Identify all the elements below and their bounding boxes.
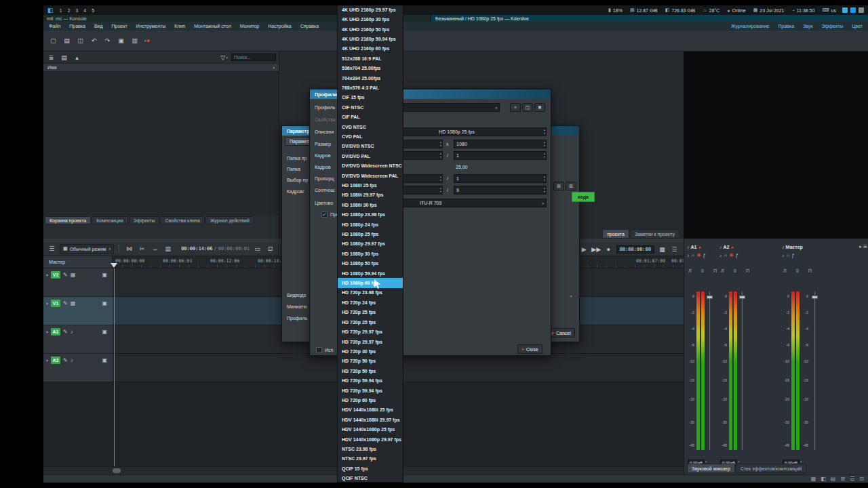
profile-dropdown-item[interactable]: HD 720p 24 fps: [338, 298, 403, 307]
profile-dropdown-item[interactable]: CVD PAL: [338, 131, 403, 141]
profile-dropdown-item[interactable]: HD 1080p 24 fps: [338, 220, 403, 229]
profile-dropdown-item[interactable]: DV/DVD NTSC: [338, 142, 403, 151]
toolbar-button[interactable]: ↷: [102, 36, 113, 46]
track-header-v1[interactable]: ▾ V1 ✎ ▦ ▣: [43, 297, 113, 325]
edit-icon[interactable]: ✎: [63, 329, 68, 335]
profile-dropdown-item[interactable]: DV/DVD Widescreen NTSC: [338, 161, 403, 171]
render-caret-icon[interactable]: ▾: [144, 39, 146, 43]
balance-control[interactable]: Л0П: [782, 268, 813, 273]
toolbar-button[interactable]: ▢: [48, 36, 58, 46]
profile-dropdown-item[interactable]: 704x394 25.00fps: [338, 73, 403, 83]
settings-combo-caret[interactable]: ▾: [570, 294, 572, 298]
toolbar-button[interactable]: ▣: [116, 36, 126, 46]
mute-icon[interactable]: ♪: [719, 253, 722, 258]
pixel-aspect-den-field[interactable]: 1▴▾: [454, 174, 547, 183]
profile-dropdown-item[interactable]: HD 720p 30 fps: [338, 346, 403, 356]
profile-dropdown-item[interactable]: HD 1080p 59.94 fps: [338, 268, 403, 278]
transport-extra-button[interactable]: ☰: [669, 244, 679, 254]
menu-item[interactable]: Вид: [94, 24, 103, 28]
spinbox-arrows-icon[interactable]: ▴▾: [544, 176, 545, 182]
timeline-hamburger-icon[interactable]: ☰: [47, 244, 57, 254]
profile-dropdown-item[interactable]: 768x576 4:3 PAL: [338, 83, 403, 92]
profile-dropdown-item[interactable]: 536x704 25.00fps: [338, 63, 403, 73]
layout-button[interactable]: Цвет: [852, 24, 863, 28]
edit-mode-select[interactable]: ▦ Обычный режим ▾: [60, 244, 114, 254]
spinbox-arrows-icon[interactable]: ▴▾: [440, 187, 441, 193]
volume-fader[interactable]: [742, 291, 743, 450]
mute-icon[interactable]: ♪: [687, 253, 690, 258]
bin-clip-list[interactable]: [43, 72, 279, 216]
lock-icon[interactable]: ▣: [102, 329, 107, 335]
speaker-icon[interactable]: ♪: [719, 245, 722, 249]
menu-item[interactable]: Монтажный стол: [194, 24, 231, 28]
save-profile-button[interactable]: ◫: [522, 103, 533, 112]
timeline-tool-button[interactable]: ⋈: [124, 244, 134, 254]
bin-tab[interactable]: Композиции: [92, 216, 127, 224]
lock-icon[interactable]: ▣: [102, 357, 107, 363]
edit-icon[interactable]: ✎: [63, 272, 68, 278]
profile-dropdown-item[interactable]: HD 1080i 30 fps: [338, 200, 403, 209]
bin-tool-button[interactable]: ≣: [46, 52, 56, 62]
effects-icon[interactable]: ƒ: [703, 253, 706, 258]
solo-icon[interactable]: ∩: [787, 253, 790, 258]
statusbar-icon[interactable]: ▦: [811, 476, 816, 482]
track-header-a2[interactable]: ▾ A2 ✎ ♪ ▣: [43, 354, 113, 382]
spinbox-arrows-icon[interactable]: ▴▾: [440, 152, 441, 159]
profile-dropdown-item[interactable]: NTSC 23.98 fps: [338, 444, 403, 453]
settings-mini-button[interactable]: ⊞: [553, 182, 564, 190]
menu-item[interactable]: Справка: [300, 24, 319, 28]
spinbox-arrows-icon[interactable]: ▴▾: [544, 152, 545, 159]
menu-item[interactable]: Файл: [49, 24, 60, 28]
profile-dropdown-item[interactable]: HD 720p 25 fps: [338, 317, 403, 327]
collapse-strip-icon[interactable]: ▸: [859, 244, 862, 249]
bin-column-header[interactable]: Имя ▾: [43, 63, 279, 72]
layout-button[interactable]: Журналирование: [731, 24, 769, 28]
timeline-tool-button[interactable]: ✂: [137, 244, 147, 254]
video-track-icon[interactable]: ▦: [71, 300, 76, 306]
layout-button[interactable]: Правка: [778, 24, 794, 28]
bin-tool-button[interactable]: ▤: [59, 52, 69, 62]
tray-icon-2[interactable]: [850, 7, 856, 13]
timeline-tool-button[interactable]: ▥: [163, 244, 173, 254]
playhead-marker[interactable]: [111, 263, 117, 268]
profile-dropdown-item[interactable]: DV/DVD PAL: [338, 151, 403, 161]
monitor-tab[interactable]: Заметки к проекту: [630, 229, 679, 239]
profile-dropdown-item[interactable]: QCIF NTSC: [338, 474, 403, 483]
profile-dropdown-item[interactable]: 512x288 16:9 PAL: [338, 54, 403, 63]
transport-button[interactable]: ●: [604, 244, 614, 254]
profile-dropdown-item[interactable]: HD 720p 29.97 fps: [338, 337, 403, 346]
profile-dropdown-item[interactable]: HDV 1440x1080i 29.97 fps: [338, 415, 403, 424]
profile-dropdown-item[interactable]: HD 1080p 30 fps: [338, 249, 403, 258]
sort-caret-icon[interactable]: ▾: [273, 66, 275, 70]
timeline-tool-button[interactable]: ↔: [150, 244, 160, 254]
menu-item[interactable]: Проект: [112, 24, 127, 28]
track-badge[interactable]: V1: [51, 300, 60, 307]
kdenlive-window-title[interactable]: Безымянный / HD 1080p 25 fps — Kdenlive: [431, 15, 868, 22]
profile-dropdown-item[interactable]: HD 1080i 25 fps: [338, 180, 403, 190]
profile-dropdown-item[interactable]: 4K UHD 2160p 60 fps: [338, 44, 403, 54]
lock-icon[interactable]: ▣: [102, 272, 107, 278]
record-icon[interactable]: ◉: [697, 252, 701, 258]
scrollbar-thumb[interactable]: [113, 468, 121, 473]
mixer-tab[interactable]: Стек эффектов/композиций: [736, 464, 806, 473]
bin-tab[interactable]: Свойства клипа: [160, 216, 205, 224]
mixer-menu-icon[interactable]: ☰: [863, 244, 867, 249]
progressive-checkbox[interactable]: [321, 211, 328, 218]
fader-handle[interactable]: [707, 296, 713, 299]
spinbox-arrows-icon[interactable]: ▴▾: [440, 176, 441, 182]
speaker-icon[interactable]: ♪: [687, 245, 690, 249]
profile-dropdown-item[interactable]: NTSC 29.97 fps: [338, 454, 403, 464]
profile-dropdown-item[interactable]: HD 720p 59.94 fps: [338, 375, 403, 385]
statusbar-icon[interactable]: ⊡: [859, 476, 864, 482]
statusbar-icon[interactable]: ▤: [831, 476, 836, 482]
bin-tab[interactable]: Эффекты: [129, 216, 160, 224]
menu-item[interactable]: Инструменты: [136, 24, 166, 28]
workspace-button[interactable]: 5: [92, 8, 94, 13]
balance-control[interactable]: Л0П: [719, 268, 751, 273]
profile-dropdown-item[interactable]: HD 720p 50 fps: [338, 357, 403, 366]
monitor-tab[interactable]: проекта: [602, 229, 629, 239]
use-default-checkbox[interactable]: [316, 347, 322, 353]
track-badge[interactable]: V2: [51, 271, 60, 279]
record-arm-icon[interactable]: ●: [698, 245, 701, 249]
record-arm-icon[interactable]: ●: [730, 245, 733, 249]
